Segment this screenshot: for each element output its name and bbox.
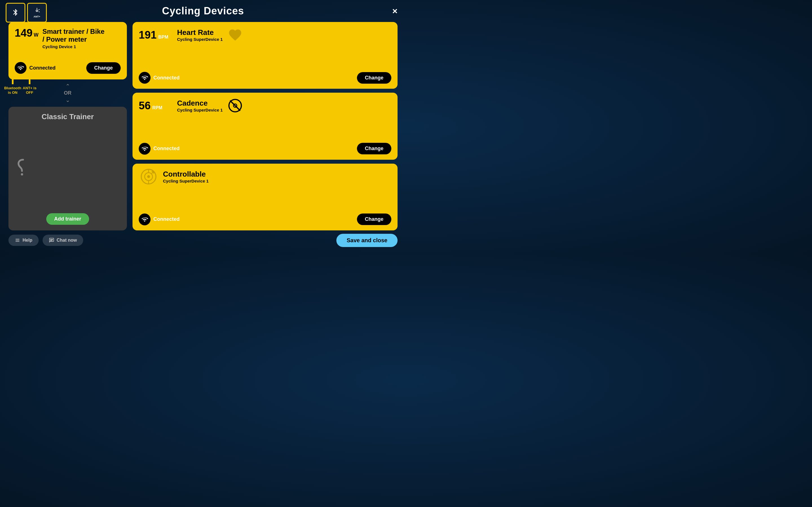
smart-trainer-value-area: 149 W: [15, 27, 38, 58]
heart-rate-status: Connected: [139, 72, 180, 83]
smart-trainer-card: 149 W Smart trainer / Bike / Power meter…: [8, 22, 127, 79]
smart-trainer-reading: 149 W: [15, 27, 38, 38]
heart-rate-device: Cycling SuperDevice 1: [177, 37, 223, 42]
lightning-icon: [20, 40, 33, 57]
add-trainer-area: Add trainer: [15, 213, 121, 225]
cadence-info: Cadence Cycling SuperDevice 1: [177, 99, 223, 112]
cadence-footer: Connected Change: [139, 143, 391, 155]
ant-label: ANT+: [34, 15, 40, 18]
left-panel: 149 W Smart trainer / Bike / Power meter…: [8, 22, 127, 230]
smart-trainer-footer: Connected Change: [15, 62, 121, 74]
controllable-name: Controllable: [163, 170, 209, 179]
heart-rate-unit: BPM: [158, 35, 168, 40]
cadence-name: Cadence: [177, 99, 223, 108]
controllable-status: Connected: [139, 214, 180, 225]
controllable-header: Controllable Cycling SuperDevice 1: [139, 169, 391, 184]
classic-trainer-title: Classic Trainer: [15, 112, 121, 121]
smart-trainer-name: Smart trainer / Bike / Power meter: [42, 27, 121, 43]
help-label: Help: [22, 238, 33, 243]
bottom-left: Help Chat now: [8, 235, 83, 246]
cadence-card: 56 RPM Cadence Cycling SuperDevice 1: [133, 93, 398, 159]
header: ANT+ Cycling Devices ×: [0, 0, 406, 22]
smart-trainer-connected-label: Connected: [29, 65, 56, 71]
ant-plus-icon[interactable]: ANT+: [27, 3, 47, 22]
wifi-icon-controllable: [139, 214, 151, 225]
chevron-down: ⌄: [65, 97, 70, 103]
smart-trainer-header: 149 W Smart trainer / Bike / Power meter…: [15, 27, 121, 58]
main-content: 149 W Smart trainer / Bike / Power meter…: [0, 22, 406, 230]
controllable-info: Controllable Cycling SuperDevice 1: [163, 170, 209, 183]
wifi-icon-hr: [139, 72, 151, 83]
cadence-device: Cycling SuperDevice 1: [177, 108, 223, 112]
smart-trainer-value: 149: [15, 27, 33, 38]
controllable-change-button[interactable]: Change: [357, 214, 391, 225]
heart-rate-reading: 191 BPM: [139, 30, 172, 40]
chat-icon: [49, 237, 54, 243]
bottom-bar: Help Chat now Save and close: [0, 230, 406, 250]
controllable-icon: [139, 169, 158, 184]
heart-rate-card: 191 BPM Heart Rate Cycling SuperDevice 1: [133, 22, 398, 89]
smart-trainer-change-button[interactable]: Change: [86, 62, 121, 74]
heart-rate-header: 191 BPM Heart Rate Cycling SuperDevice 1: [139, 27, 391, 43]
or-divider: ⌃ OR ⌄: [8, 82, 127, 104]
classic-trainer-icon-area: [15, 126, 121, 210]
controllable-device: Cycling SuperDevice 1: [163, 179, 209, 183]
cadence-value: 56: [139, 100, 151, 111]
cadence-svg: [227, 98, 243, 114]
heart-rate-connected-label: Connected: [153, 75, 180, 81]
controllable-svg: [140, 168, 158, 186]
cadence-reading: 56 RPM: [139, 100, 172, 111]
right-panel: 191 BPM Heart Rate Cycling SuperDevice 1: [133, 22, 398, 230]
or-label: OR: [64, 90, 71, 96]
heart-rate-footer: Connected Change: [139, 72, 391, 83]
cadence-connected-label: Connected: [153, 146, 180, 152]
smart-trainer-device: Cycling Device 1: [42, 44, 121, 49]
svg-line-3: [39, 9, 40, 10]
cadence-header: 56 RPM Cadence Cycling SuperDevice 1: [139, 98, 391, 114]
svg-point-6: [21, 173, 23, 175]
cadence-status: Connected: [139, 143, 180, 155]
controllable-connected-label: Connected: [153, 216, 180, 222]
classic-trainer-card: Classic Trainer Add trainer: [8, 107, 127, 230]
chat-now-button[interactable]: Chat now: [43, 235, 83, 246]
svg-marker-5: [22, 41, 31, 56]
controllable-footer: Connected Change: [139, 214, 391, 225]
heart-rate-info: Heart Rate Cycling SuperDevice 1: [177, 28, 223, 42]
svg-line-8: [230, 101, 240, 111]
save-close-button[interactable]: Save and close: [336, 234, 398, 247]
smart-trainer-unit: W: [34, 32, 38, 38]
heart-rate-name: Heart Rate: [177, 28, 223, 37]
cadence-change-button[interactable]: Change: [357, 143, 391, 154]
svg-point-1: [36, 10, 38, 11]
controllable-card: Controllable Cycling SuperDevice 1 Conne…: [133, 164, 398, 230]
classic-trainer-icon: [15, 157, 32, 179]
heart-rate-change-button[interactable]: Change: [357, 72, 391, 83]
heart-rate-value: 191: [139, 30, 156, 40]
bluetooth-icon[interactable]: [6, 3, 26, 22]
chat-label: Chat now: [57, 238, 77, 243]
cadence-icon: [227, 98, 243, 114]
page-title: Cycling Devices: [162, 5, 244, 17]
smart-trainer-info: Smart trainer / Bike / Power meter Cycli…: [42, 27, 121, 49]
help-icon: [15, 237, 20, 243]
heart-icon: [227, 27, 243, 43]
help-button[interactable]: Help: [8, 235, 39, 246]
cadence-unit: RPM: [152, 105, 162, 110]
svg-point-12: [147, 175, 150, 178]
svg-line-4: [39, 11, 40, 12]
close-button[interactable]: ×: [392, 6, 398, 15]
connectivity-icons: ANT+: [6, 3, 47, 22]
smart-trainer-status: Connected: [15, 62, 56, 74]
wifi-icon-cadence: [139, 143, 151, 155]
add-trainer-button[interactable]: Add trainer: [46, 213, 89, 225]
wifi-icon-smart: [15, 62, 27, 74]
chevron-up: ⌃: [65, 83, 70, 89]
